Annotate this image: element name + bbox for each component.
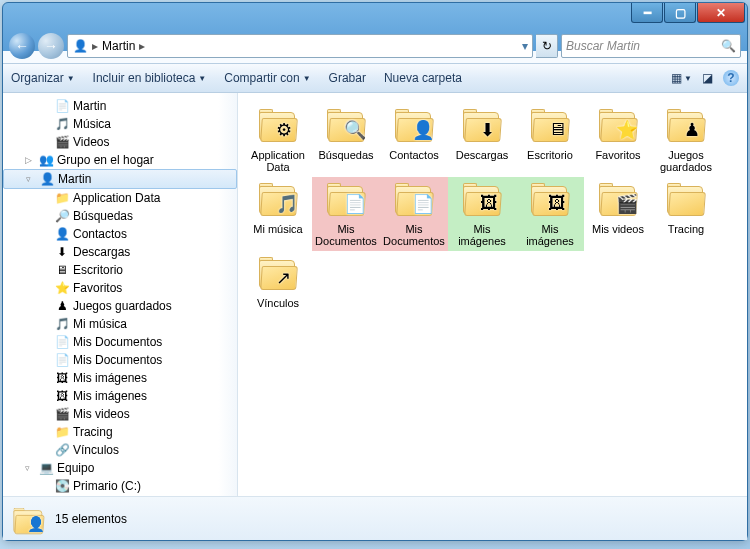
tree-item[interactable]: 🖥Escritorio xyxy=(3,261,237,279)
tree-item[interactable]: 🖼Mis imágenes xyxy=(3,369,237,387)
tree-item[interactable]: 🔗Vínculos xyxy=(3,441,237,459)
forward-button[interactable]: → xyxy=(38,33,64,59)
folder-item[interactable]: ⭐Favoritos xyxy=(584,103,652,177)
folder-icon: 🎵 xyxy=(256,181,300,221)
folder-icon: 👤 xyxy=(392,107,436,147)
folder-label: Escritorio xyxy=(527,149,573,161)
tree-item[interactable]: 🎬Videos xyxy=(3,133,237,151)
folder-item[interactable]: 🎬Mis videos xyxy=(584,177,652,251)
folder-icon: ⚙ xyxy=(256,107,300,147)
tree-item[interactable]: 📁Application Data xyxy=(3,189,237,207)
folder-item[interactable]: 👤Contactos xyxy=(380,103,448,177)
tree-item-label: Contactos xyxy=(73,227,127,241)
tree-item[interactable]: ⬇Descargas xyxy=(3,243,237,261)
folder-item[interactable]: 🖥Escritorio xyxy=(516,103,584,177)
tree-item-icon: 🖼 xyxy=(54,370,70,386)
folder-icon: ♟ xyxy=(664,107,708,147)
tree-item-label: Vínculos xyxy=(73,443,119,457)
tree-item-icon: ⬇ xyxy=(54,244,70,260)
include-library-menu[interactable]: Incluir en biblioteca▼ xyxy=(93,71,207,85)
tree-item-icon: 👤 xyxy=(39,171,55,187)
tree-item[interactable]: 🎬Mis videos xyxy=(3,405,237,423)
folder-item[interactable]: 📄Mis Documentos xyxy=(312,177,380,251)
folder-item[interactable]: ⬇Descargas xyxy=(448,103,516,177)
folder-icon xyxy=(664,181,708,221)
tree-item-label: Martin xyxy=(58,172,91,186)
tree-item-label: Escritorio xyxy=(73,263,123,277)
preview-pane-button[interactable]: ◪ xyxy=(702,71,713,85)
tree-item[interactable]: ⭐Favoritos xyxy=(3,279,237,297)
tree-item-label: Música xyxy=(73,117,111,131)
view-options-button[interactable]: ▦ ▼ xyxy=(671,71,692,85)
tree-item-label: Favoritos xyxy=(73,281,122,295)
organize-menu[interactable]: Organizar▼ xyxy=(11,71,75,85)
tree-item[interactable]: 📁Tracing xyxy=(3,423,237,441)
tree-item-icon: 🔎 xyxy=(54,208,70,224)
new-folder-button[interactable]: Nueva carpeta xyxy=(384,71,462,85)
tree-item-icon: 👤 xyxy=(54,226,70,242)
folder-item[interactable]: 🎵Mi música xyxy=(244,177,312,251)
tree-item-label: Primario (C:) xyxy=(73,479,141,493)
tree-item-label: Mis imágenes xyxy=(73,371,147,385)
burn-button[interactable]: Grabar xyxy=(329,71,366,85)
minimize-button[interactable]: ━ xyxy=(631,3,663,23)
address-bar[interactable]: 👤 ▸ Martin ▸ ▾ xyxy=(67,34,533,58)
folder-label: Mis Documentos xyxy=(313,223,379,247)
folder-item[interactable]: Tracing xyxy=(652,177,720,251)
tree-item-icon: 💻 xyxy=(38,460,54,476)
tree-item-label: Mis Documentos xyxy=(73,335,162,349)
tree-item[interactable]: 🎵Mi música xyxy=(3,315,237,333)
explorer-window: ━ ▢ ✕ ← → 👤 ▸ Martin ▸ ▾ ↻ Buscar Martin… xyxy=(2,2,748,541)
content-pane[interactable]: ⚙Application Data🔍Búsquedas👤Contactos⬇De… xyxy=(238,93,747,496)
folder-item[interactable]: ↗Vínculos xyxy=(244,251,312,313)
folder-item[interactable]: ♟Juegos guardados xyxy=(652,103,720,177)
tree-item[interactable]: 💽Primario (C:) xyxy=(3,477,237,495)
close-button[interactable]: ✕ xyxy=(697,3,745,23)
status-bar: 👤 15 elementos xyxy=(3,496,747,540)
navigation-tree[interactable]: 📄Martin🎵Música🎬Videos▷👥Grupo en el hogar… xyxy=(3,93,238,496)
tree-item[interactable]: ▿👤Martin xyxy=(3,169,237,189)
back-button[interactable]: ← xyxy=(9,33,35,59)
tree-item[interactable]: 🎵Música xyxy=(3,115,237,133)
user-folder-icon: 👤 xyxy=(72,38,88,54)
folder-icon: 🖼 xyxy=(528,181,572,221)
folder-item[interactable]: ⚙Application Data xyxy=(244,103,312,177)
folder-label: Juegos guardados xyxy=(653,149,719,173)
folder-item[interactable]: 🖼Mis imágenes xyxy=(516,177,584,251)
folder-item[interactable]: 📄Mis Documentos xyxy=(380,177,448,251)
tree-item-label: Juegos guardados xyxy=(73,299,172,313)
tree-item-label: Tracing xyxy=(73,425,113,439)
tree-item-label: Videos xyxy=(73,135,109,149)
tree-item[interactable]: 👤Contactos xyxy=(3,225,237,243)
history-dropdown-icon[interactable]: ▾ xyxy=(522,39,528,53)
breadcrumb-sep-icon: ▸ xyxy=(139,39,145,53)
help-button[interactable]: ? xyxy=(723,70,739,86)
tree-item[interactable]: ♟Juegos guardados xyxy=(3,297,237,315)
tree-item-icon: 🎵 xyxy=(54,316,70,332)
folder-label: Búsquedas xyxy=(318,149,373,161)
tree-item[interactable]: 📄Mis Documentos xyxy=(3,333,237,351)
title-bar: ━ ▢ ✕ xyxy=(3,3,747,29)
search-input[interactable]: Buscar Martin 🔍 xyxy=(561,34,741,58)
folder-label: Contactos xyxy=(389,149,439,161)
share-menu[interactable]: Compartir con▼ xyxy=(224,71,310,85)
tree-item-icon: 🎬 xyxy=(54,134,70,150)
breadcrumb-current[interactable]: Martin xyxy=(102,39,135,53)
tree-item[interactable]: 🖼Mis imágenes xyxy=(3,387,237,405)
tree-item[interactable]: ▷👥Grupo en el hogar xyxy=(3,151,237,169)
folder-item[interactable]: 🖼Mis imágenes xyxy=(448,177,516,251)
tree-item-icon: 👥 xyxy=(38,152,54,168)
status-folder-icon: 👤 xyxy=(11,506,40,532)
tree-item-label: Mis imágenes xyxy=(73,389,147,403)
refresh-button[interactable]: ↻ xyxy=(536,34,558,58)
folder-item[interactable]: 🔍Búsquedas xyxy=(312,103,380,177)
search-icon: 🔍 xyxy=(721,39,736,53)
tree-item-icon: 📁 xyxy=(54,190,70,206)
tree-item[interactable]: 🔎Búsquedas xyxy=(3,207,237,225)
tree-item[interactable]: ▿💻Equipo xyxy=(3,459,237,477)
status-text: 15 elementos xyxy=(55,512,127,526)
tree-item[interactable]: 📄Martin xyxy=(3,97,237,115)
tree-item-icon: 📄 xyxy=(54,352,70,368)
maximize-button[interactable]: ▢ xyxy=(664,3,696,23)
tree-item[interactable]: 📄Mis Documentos xyxy=(3,351,237,369)
